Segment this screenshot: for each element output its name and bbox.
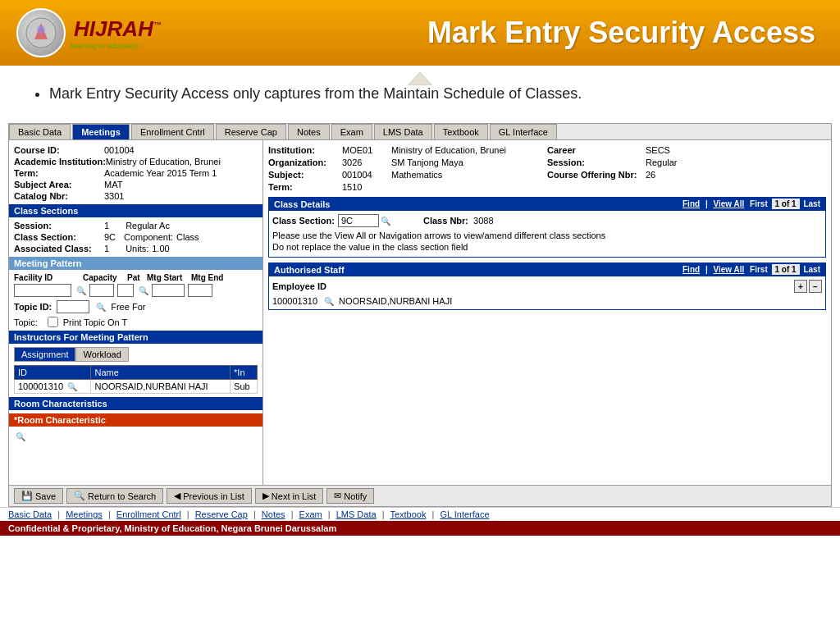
next-in-list-button[interactable]: ▶ Next in List [255,488,323,504]
find2-link[interactable]: Find [682,265,700,274]
topic-row: Topic ID: 🔍 Free For [14,300,258,313]
topic-label: Topic ID: [14,302,52,312]
emp-search-icon[interactable]: 🔍 [324,297,334,306]
bottom-link-meetings[interactable]: Meetings [66,509,103,519]
tab-reserve-cap[interactable]: Reserve Cap [216,124,286,139]
instructor-row: 100001310 🔍 NOORSAID,NURBANI HAJI Sub [15,380,258,394]
page-indicator: 1 of 1 [772,199,800,209]
workload-tab[interactable]: Workload [75,347,128,362]
bottom-link-basic-data[interactable]: Basic Data [8,509,52,519]
bottom-link-textbook[interactable]: Textbook [390,509,426,519]
next-icon: ▶ [262,491,269,501]
facility-id-input[interactable] [14,284,71,297]
facility-search-icon[interactable]: 🔍 [76,286,86,295]
save-button[interactable]: 💾 Save [14,488,63,504]
session-extra: Regular Ac [126,221,170,231]
org-code: 3026 [342,158,391,167]
bottom-link-exam[interactable]: Exam [299,509,322,519]
mtg-end-col-label: Mtg End [191,273,223,282]
room-char-search-row: 🔍 [14,430,258,443]
acad-inst-label: Academic Institution: [14,157,106,167]
institution-label: Institution: [268,145,342,155]
bottom-link-enrollment[interactable]: Enrollment Cntrl [116,509,181,519]
tab-textbook[interactable]: Textbook [434,124,488,139]
pat-col-label: Pat [127,273,144,282]
class-nbr-value: 3088 [473,216,493,226]
notify-button[interactable]: ✉ Notify [326,488,374,504]
find-link[interactable]: Find [682,199,700,208]
bottom-link-gl[interactable]: GL Interface [440,509,489,519]
return-label: Return to Search [88,491,156,501]
view-all-link[interactable]: View All [714,199,745,208]
page-title-area: Mark Entry Security Access [180,16,824,50]
print-topic-checkbox[interactable] [48,317,58,327]
tab-gl-interface[interactable]: GL Interface [490,124,557,139]
remove-row-button[interactable]: − [809,280,822,293]
class-section-detail-input[interactable] [338,214,379,227]
instructor-search-icon[interactable]: 🔍 [67,382,77,391]
topic-sub-row: Topic: Print Topic On T [14,317,258,327]
sep6: | [328,509,331,519]
tab-basic-data[interactable]: Basic Data [9,124,71,139]
mtg-start-input[interactable] [152,284,185,297]
first-nav[interactable]: First [750,199,768,208]
tab-enrollment-cntrl[interactable]: Enrollment Cntrl [131,124,214,139]
meeting-col-headers: Facility ID Capacity Pat Mtg Start Mtg E… [14,273,258,282]
bottom-toolbar: 💾 Save 🔍 Return to Search ◀ Previous in … [9,485,831,506]
first2-nav[interactable]: First [750,265,768,274]
logo-circle [16,8,66,57]
class-section-detail-label: Class Section: [272,216,338,226]
session-row: Session: 1 Regular Ac [14,221,258,231]
pat-input[interactable] [117,284,134,297]
add-row-button[interactable]: + [794,280,807,293]
bottom-link-reserve[interactable]: Reserve Cap [195,509,248,519]
last2-nav[interactable]: Last [803,265,820,274]
sep8: | [431,509,434,519]
catalog-label: Catalog Nbr: [14,191,104,201]
topic-search-icon[interactable]: 🔍 [96,303,106,312]
tab-lms-data[interactable]: LMS Data [374,124,432,139]
institution-desc: Ministry of Education, Brunei [391,145,539,155]
class-section-detail-row: Class Section: 🔍 Class Nbr: 3088 [272,214,822,227]
session-value: 1 [104,221,109,231]
emp-row: 100001310 🔍 NOORSAID,NURBANI HAJI [272,296,822,306]
assoc-class-value: 1 [104,244,109,253]
room-char-search-icon[interactable]: 🔍 [16,432,25,441]
star-in-col-header: *In [231,366,258,380]
class-section-search-icon[interactable]: 🔍 [381,217,390,226]
prev-in-list-button[interactable]: ◀ Previous in List [167,488,252,504]
bottom-link-lms[interactable]: LMS Data [336,509,377,519]
last-nav[interactable]: Last [803,199,820,208]
return-to-search-button[interactable]: 🔍 Return to Search [66,488,163,504]
emp-name-value: NOORSAID,NURBANI HAJI [339,296,452,306]
subject-row: Subject Area: MAT [14,180,258,189]
instructors-grid: ID Name *In 100001310 🔍 NOORSAID,NURBANI… [14,365,258,394]
tab-notes[interactable]: Notes [288,124,330,139]
topic-sub-label: Topic: [14,317,38,327]
capacity-input[interactable] [89,284,114,297]
units-label: Units: [126,244,148,253]
tab-meetings[interactable]: Meetings [72,124,130,139]
instructor-sub-cell: Sub [231,380,258,394]
term-value: Academic Year 2015 Term 1 [104,168,217,178]
room-char-header: Room Characteristics [9,397,262,410]
course-id-row: Course ID: 001004 [14,145,258,155]
bottom-link-notes[interactable]: Notes [262,509,285,519]
topic-id-input[interactable] [57,300,89,313]
subject-r-code: 001004 [342,170,391,180]
class-nbr-label: Class Nbr: [423,216,468,226]
arrow-container [33,72,807,85]
component-value: Class [176,232,199,242]
view-all2-link[interactable]: View All [714,265,745,274]
assignment-tab[interactable]: Assignment [14,347,75,362]
auth-staff-header: Authorised Staff Find | View All First 1… [269,263,825,276]
sep4: | [253,509,256,519]
mtg-end-input[interactable] [188,284,212,297]
return-icon: 🔍 [74,491,85,501]
instructor-id: 100001310 [18,381,63,391]
pat-search-icon[interactable]: 🔍 [139,286,148,295]
catalog-row: Catalog Nbr: 3301 [14,191,258,201]
nav-controls: Find | View All First 1 of 1 Last [682,199,820,209]
units-value: 1.00 [152,244,169,253]
tab-exam[interactable]: Exam [331,124,372,139]
